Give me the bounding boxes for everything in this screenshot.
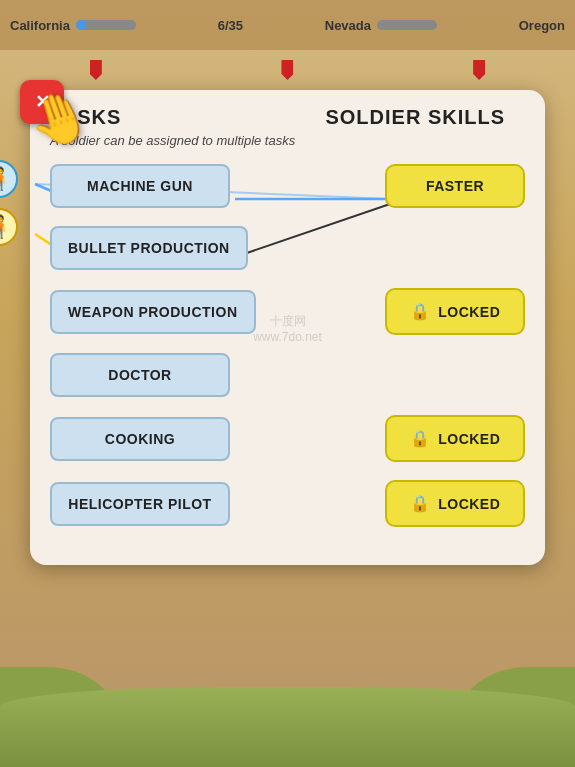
skill-faster[interactable]: FASTER: [385, 164, 525, 208]
task-row-bullet-production: BULLET PRODUCTION: [50, 226, 525, 270]
task-doctor[interactable]: DOCTOR: [50, 353, 230, 397]
soldier-avatar-blue: 🧍: [0, 160, 18, 198]
task-cooking[interactable]: COOKING: [50, 417, 230, 461]
task-bullet-production[interactable]: BULLET PRODUCTION: [50, 226, 248, 270]
skill-locked-helicopter: 🔒 LOCKED: [385, 480, 525, 527]
close-button[interactable]: [20, 80, 64, 124]
task-row-machine-gun: MACHINE GUN FASTER: [50, 164, 525, 208]
task-row-weapon-production: WEAPON PRODUCTION 🔒 LOCKED: [50, 288, 525, 335]
skill-locked-cooking: 🔒 LOCKED: [385, 415, 525, 462]
tasks-panel: 🧍 🧍 TASKS SOLDIER SKILLS A soldier can b…: [30, 90, 545, 565]
task-row-doctor: DOCTOR: [50, 353, 525, 397]
panel-header: TASKS SOLDIER SKILLS: [50, 106, 525, 129]
flag-area: [0, 50, 575, 90]
connection-lines: [50, 164, 525, 527]
hp-bar-nevada: [377, 20, 437, 30]
panel-subtitle: A soldier can be assigned to multiple ta…: [50, 133, 525, 148]
task-row-cooking: COOKING 🔒 LOCKED: [50, 415, 525, 462]
skill-locked-weapon: 🔒 LOCKED: [385, 288, 525, 335]
hp-bar-california: [76, 20, 136, 30]
task-weapon-production[interactable]: WEAPON PRODUCTION: [50, 290, 256, 334]
terrain-bottom: [0, 687, 575, 767]
skills-title: SOLDIER SKILLS: [325, 106, 505, 129]
tasks-rows-container: MACHINE GUN FASTER BULLET PRODUCTION WEA…: [50, 164, 525, 527]
lock-icon-weapon: 🔒: [410, 302, 431, 321]
score-display: 6/35: [218, 18, 243, 33]
state-california: California: [10, 18, 136, 33]
soldier-avatar-yellow: 🧍: [0, 208, 18, 246]
task-helicopter-pilot[interactable]: HELICOPTER PILOT: [50, 482, 230, 526]
flag-center: [281, 60, 293, 80]
task-row-helicopter-pilot: HELICOPTER PILOT 🔒 LOCKED: [50, 480, 525, 527]
soldier-avatars: 🧍 🧍: [0, 160, 18, 246]
task-machine-gun[interactable]: MACHINE GUN: [50, 164, 230, 208]
lock-icon-helicopter: 🔒: [410, 494, 431, 513]
lock-icon-cooking: 🔒: [410, 429, 431, 448]
state-oregon: Oregon: [519, 18, 565, 33]
flag-right: [473, 60, 485, 80]
flag-left: [90, 60, 102, 80]
state-nevada: Nevada: [325, 18, 437, 33]
hud-bar: California 6/35 Nevada Oregon: [0, 0, 575, 50]
